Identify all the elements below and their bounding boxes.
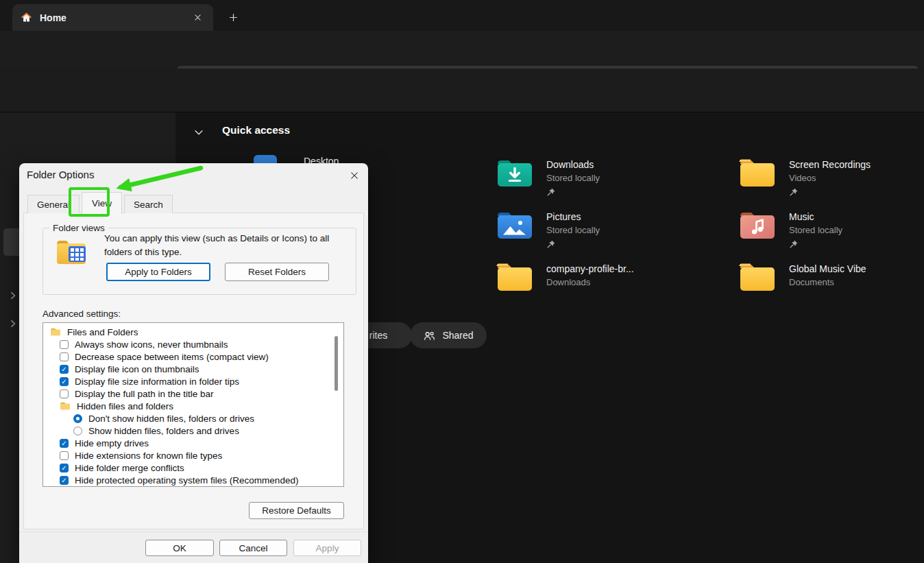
advanced-setting-checkbox[interactable]: ✓Display file icon on thumbnails xyxy=(43,363,343,375)
annotation-highlight-rectangle xyxy=(69,187,110,217)
tab-title: Home xyxy=(40,12,182,23)
advanced-setting-label: Hide protected operating system files (R… xyxy=(75,475,298,486)
radio-button[interactable] xyxy=(73,427,82,435)
checkbox[interactable]: ✓ xyxy=(60,439,69,448)
checkbox[interactable]: ✓ xyxy=(60,365,69,374)
tile-music[interactable]: Music Stored locally xyxy=(738,208,924,249)
advanced-setting-label: Hide folder merge conflicts xyxy=(75,463,184,473)
advanced-setting-checkbox[interactable]: ✓Display file size information in folder… xyxy=(43,375,343,387)
ok-button[interactable]: OK xyxy=(145,540,214,556)
pin-icon xyxy=(546,239,600,249)
tab-bar: Home xyxy=(0,0,924,31)
advanced-settings-list[interactable]: Files and FoldersAlways show icons, neve… xyxy=(42,322,344,487)
new-tab-button[interactable] xyxy=(223,8,243,27)
tree-expand-chevron-icon[interactable] xyxy=(8,291,19,302)
advanced-setting-radio[interactable]: Show hidden files, folders and drives xyxy=(43,424,343,437)
restore-defaults-button[interactable]: Restore Defaults xyxy=(249,502,344,519)
advanced-setting-label: Hide empty drives xyxy=(75,438,149,448)
tree-expand-chevron-icon[interactable] xyxy=(8,319,19,330)
advanced-setting-label: Don't show hidden files, folders or driv… xyxy=(88,414,254,424)
advanced-setting-checkbox[interactable]: Hide extensions for known file types xyxy=(43,449,343,462)
advanced-setting-group: Files and Folders xyxy=(43,326,343,338)
folder-views-description: You can apply this view (such as Details… xyxy=(104,232,345,259)
folder-icon xyxy=(738,261,777,294)
advanced-setting-checkbox[interactable]: Decrease space between items (compact vi… xyxy=(43,350,343,363)
tile-screen-recordings[interactable]: Screen Recordings Videos xyxy=(738,156,924,197)
pictures-folder-icon xyxy=(496,208,534,241)
tab-search[interactable]: Search xyxy=(124,195,173,213)
folder-views-legend: Folder views xyxy=(49,223,108,233)
people-icon xyxy=(423,329,436,342)
advanced-setting-label: Always show icons, never thumbnails xyxy=(75,339,228,350)
pin-icon xyxy=(546,187,600,197)
folder-icon xyxy=(60,401,71,411)
quick-access-header[interactable]: Quick access xyxy=(222,124,290,136)
advanced-setting-radio[interactable]: Don't show hidden files, folders or driv… xyxy=(43,412,343,424)
tile-pictures[interactable]: Pictures Stored locally xyxy=(496,208,725,249)
advanced-setting-checkbox[interactable]: Always show icons, never thumbnails xyxy=(43,338,343,350)
folder-views-icon xyxy=(55,236,89,267)
checkbox[interactable]: ✓ xyxy=(60,476,69,485)
advanced-setting-label: Files and Folders xyxy=(67,327,138,337)
home-icon xyxy=(21,12,32,23)
list-scrollbar-thumb[interactable] xyxy=(335,336,338,391)
quick-access-collapse-icon[interactable] xyxy=(193,126,205,139)
advanced-setting-checkbox[interactable]: ✓Hide folder merge conflicts xyxy=(43,462,343,474)
advanced-setting-label: Display file icon on thumbnails xyxy=(75,364,199,374)
music-folder-icon xyxy=(738,208,777,241)
advanced-settings-label: Advanced settings: xyxy=(42,309,121,319)
dialog-title: Folder Options xyxy=(27,169,94,180)
close-tab-icon[interactable] xyxy=(190,10,205,25)
folder-icon xyxy=(50,327,61,337)
advanced-setting-label: Hidden files and folders xyxy=(77,401,173,411)
reset-folders-button[interactable]: Reset Folders xyxy=(225,263,329,281)
command-bar: New A Sort View Filter xyxy=(0,69,924,112)
explorer-tab-home[interactable]: Home xyxy=(12,4,213,31)
cancel-button[interactable]: Cancel xyxy=(219,540,287,556)
navigation-bar: Home xyxy=(0,31,924,69)
checkbox[interactable]: ✓ xyxy=(60,464,69,472)
apply-to-folders-button[interactable]: Apply to Folders xyxy=(106,263,210,281)
checkbox[interactable] xyxy=(60,352,69,361)
tile-downloads[interactable]: Downloads Stored locally xyxy=(496,156,725,197)
advanced-setting-checkbox[interactable]: ✓Hide empty drives xyxy=(43,437,343,449)
pin-icon xyxy=(789,239,842,249)
advanced-setting-label: Show hidden files, folders and drives xyxy=(88,426,239,436)
folder-options-dialog: Folder Options General View Search Folde… xyxy=(19,163,368,563)
annotation-arrow xyxy=(110,160,209,196)
dialog-close-icon[interactable] xyxy=(347,168,362,183)
radio-button[interactable] xyxy=(73,414,82,423)
pin-icon xyxy=(789,187,871,197)
downloads-folder-icon xyxy=(496,156,534,189)
pill-shared[interactable]: Shared xyxy=(410,322,487,348)
folder-icon xyxy=(496,261,534,294)
advanced-setting-label: Decrease space between items (compact vi… xyxy=(75,352,269,362)
folder-icon xyxy=(738,156,777,189)
checkbox[interactable]: ✓ xyxy=(60,377,69,386)
tile-global-music-vibe[interactable]: Global Music Vibe Documents xyxy=(738,261,924,294)
checkbox[interactable] xyxy=(60,451,69,460)
tile-company-profile[interactable]: company-profile-br... Downloads xyxy=(496,261,725,294)
advanced-setting-group: Hidden files and folders xyxy=(43,400,343,412)
checkbox[interactable] xyxy=(60,390,69,398)
apply-button[interactable]: Apply xyxy=(293,540,361,556)
checkbox[interactable] xyxy=(60,340,69,349)
advanced-setting-label: Hide extensions for known file types xyxy=(75,451,222,461)
advanced-setting-label: Display the full path in the title bar xyxy=(75,389,214,399)
advanced-setting-label: Display file size information in folder … xyxy=(75,376,239,387)
advanced-setting-checkbox[interactable]: ✓Hide protected operating system files (… xyxy=(43,474,343,486)
advanced-setting-checkbox[interactable]: Display the full path in the title bar xyxy=(43,387,343,400)
